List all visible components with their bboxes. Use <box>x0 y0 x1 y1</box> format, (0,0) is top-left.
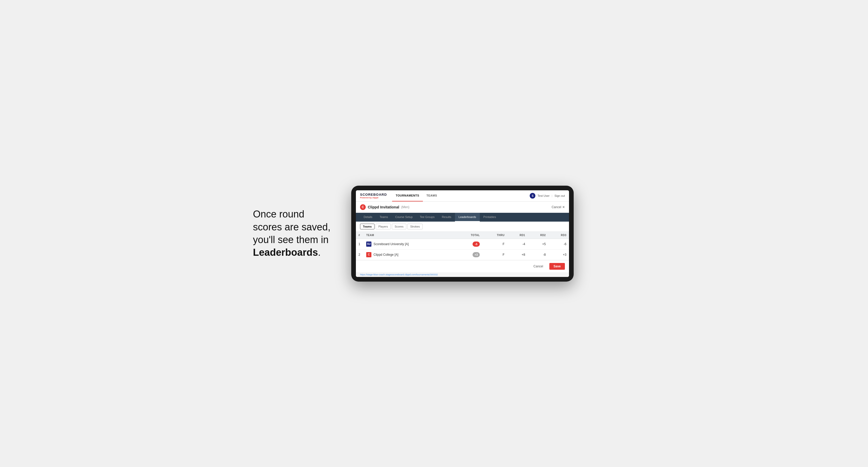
tab-course-setup[interactable]: Course Setup <box>392 213 416 222</box>
thru-cell: F <box>483 249 507 260</box>
col-header-rank: # <box>356 232 364 239</box>
filter-teams[interactable]: Teams <box>360 224 374 229</box>
leaderboard-table: # TEAM TOTAL THRU RD1 RD2 RD3 1 SU <box>356 232 569 260</box>
user-name: Test User <box>537 194 549 197</box>
rd1-cell: +8 <box>507 249 528 260</box>
rd3-cell: -6 <box>548 239 569 249</box>
team-name: Scoreboard University [A] <box>373 242 409 246</box>
leaderboard-table-container: # TEAM TOTAL THRU RD1 RD2 RD3 1 SU <box>356 232 569 260</box>
clippd-brand: clippd <box>372 196 378 199</box>
close-icon: ✕ <box>562 205 565 209</box>
filter-bar: Teams Players Scores Strokes <box>356 222 569 232</box>
divider: | <box>552 194 553 197</box>
table-header-row: # TEAM TOTAL THRU RD1 RD2 RD3 <box>356 232 569 239</box>
filter-scores[interactable]: Scores <box>392 224 406 229</box>
team-cell: C Clippd College [A] <box>364 249 455 260</box>
filter-strokes[interactable]: Strokes <box>407 224 423 229</box>
url-bar: https://stage-blue-coach.stagesscoreboar… <box>356 272 569 277</box>
tab-teams[interactable]: Teams <box>376 213 392 222</box>
team-logo: SU <box>366 242 371 247</box>
logo-scoreboard: SCOREBOARD <box>360 193 387 196</box>
total-cell: -5 <box>455 239 483 249</box>
col-header-rd3: RD3 <box>548 232 569 239</box>
cancel-button-top[interactable]: Cancel ✕ <box>552 205 565 209</box>
col-header-team: TEAM <box>364 232 455 239</box>
nav-tournaments[interactable]: TOURNAMENTS <box>392 190 423 202</box>
col-header-rd1: RD1 <box>507 232 528 239</box>
sidebar-text-bold: Leaderboards <box>253 247 318 258</box>
logo-powered: Powered by clippd <box>360 196 387 199</box>
nav-teams[interactable]: TEAMS <box>423 190 441 202</box>
sub-nav: Details Teams Course Setup Tee Groups Re… <box>356 213 569 222</box>
score-badge: +3 <box>472 252 480 257</box>
logo-area: SCOREBOARD Powered by clippd <box>360 193 387 199</box>
team-logo: C <box>366 252 371 257</box>
table-row: 2 C Clippd College [A] +3 F +8 -8 +3 <box>356 249 569 260</box>
team-cell: SU Scoreboard University [A] <box>364 239 455 249</box>
col-header-thru: THRU <box>483 232 507 239</box>
tournament-title-area: C Clippd Invitational (Men) <box>360 204 409 210</box>
rank-cell: 1 <box>356 239 364 249</box>
sign-out-link[interactable]: Sign out <box>555 194 565 197</box>
col-header-total: TOTAL <box>455 232 483 239</box>
tab-tee-groups[interactable]: Tee Groups <box>416 213 438 222</box>
sidebar-period: . <box>318 247 321 258</box>
table-row: 1 SU Scoreboard University [A] -5 F -4 +… <box>356 239 569 249</box>
tournament-icon: C <box>360 204 366 210</box>
url-text: https://stage-blue-coach.stagesscoreboar… <box>360 273 438 276</box>
nav-right: S Test User | Sign out <box>530 193 565 198</box>
save-button[interactable]: Save <box>549 263 565 270</box>
col-header-rd2: RD2 <box>528 232 548 239</box>
tab-printables[interactable]: Printables <box>480 213 500 222</box>
score-badge: -5 <box>472 242 480 247</box>
tournament-name: Clippd Invitational <box>368 205 399 209</box>
sidebar-text-main: Once round scores are saved, you'll see … <box>253 209 331 245</box>
tablet-screen: SCOREBOARD Powered by clippd TOURNAMENTS… <box>356 190 569 277</box>
sidebar-description: Once round scores are saved, you'll see … <box>253 208 336 259</box>
total-cell: +3 <box>455 249 483 260</box>
rd3-cell: +3 <box>548 249 569 260</box>
team-name: Clippd College [A] <box>373 253 398 256</box>
bottom-bar: Cancel Save <box>356 260 569 272</box>
tournament-header: C Clippd Invitational (Men) Cancel ✕ <box>356 202 569 213</box>
cancel-button-bottom[interactable]: Cancel <box>529 263 547 270</box>
thru-cell: F <box>483 239 507 249</box>
filter-players[interactable]: Players <box>376 224 391 229</box>
rd1-cell: -4 <box>507 239 528 249</box>
rank-cell: 2 <box>356 249 364 260</box>
tab-details[interactable]: Details <box>360 213 376 222</box>
nav-links: TOURNAMENTS TEAMS <box>392 190 530 202</box>
rd2-cell: +5 <box>528 239 548 249</box>
user-avatar: S <box>530 193 535 198</box>
tab-results[interactable]: Results <box>438 213 455 222</box>
top-nav: SCOREBOARD Powered by clippd TOURNAMENTS… <box>356 190 569 202</box>
tournament-gender: (Men) <box>401 205 409 209</box>
rd2-cell: -8 <box>528 249 548 260</box>
tab-leaderboards[interactable]: Leaderboards <box>455 213 480 222</box>
tablet-frame: SCOREBOARD Powered by clippd TOURNAMENTS… <box>351 186 574 282</box>
